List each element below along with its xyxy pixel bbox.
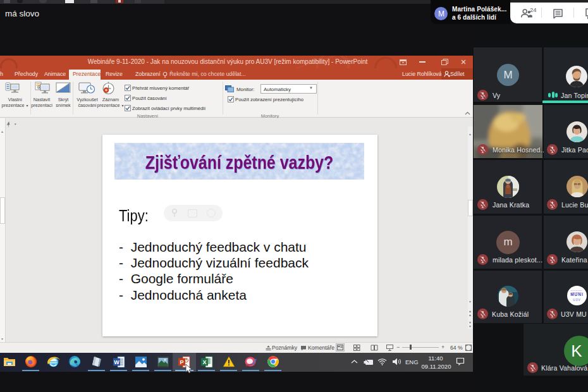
svg-text:P: P	[180, 359, 183, 365]
svg-text:X: X	[202, 359, 206, 365]
svg-text:W: W	[114, 359, 119, 365]
